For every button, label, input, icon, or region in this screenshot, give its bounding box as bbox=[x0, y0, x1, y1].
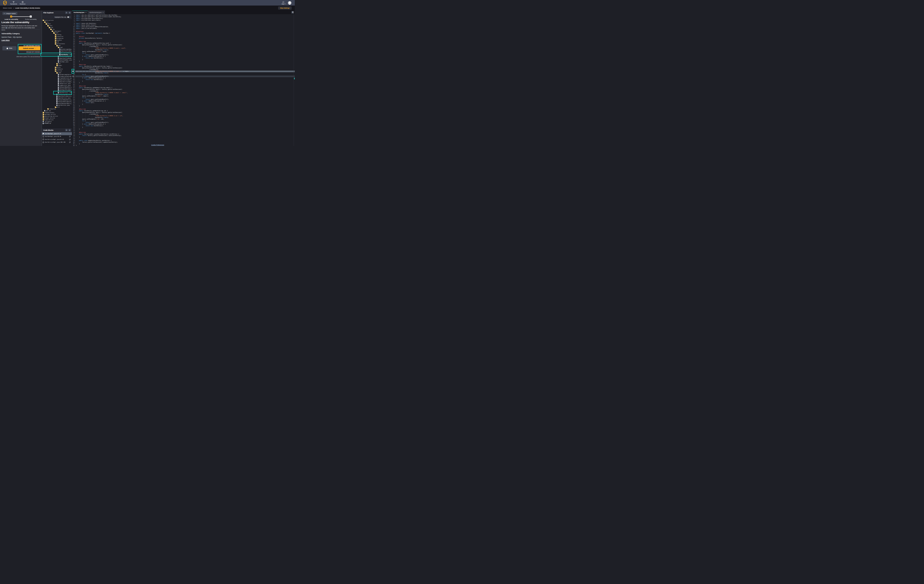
cookie-preferences-link[interactable]: Cookie Preferences bbox=[151, 144, 164, 146]
code-block-item[interactable]: UserDaoImpl.java:40-40 bbox=[41, 135, 72, 138]
tree-item[interactable]: ResetCodeDao.java bbox=[41, 59, 72, 61]
code-block-checkbox[interactable] bbox=[43, 133, 44, 134]
tree-item[interactable]: UserService…⚠2 bbox=[41, 92, 72, 94]
tree-item[interactable]: AuthAttemptServi… bbox=[41, 74, 72, 76]
code-block-item[interactable]: UserDaoImpl.java:37-37 bbox=[41, 132, 72, 135]
tree-item[interactable]: ResetPasswordSer… bbox=[41, 90, 72, 92]
tree-item[interactable]: jms bbox=[41, 41, 72, 43]
panel-resize-handle[interactable] bbox=[41, 10, 42, 146]
tree-item[interactable]: config bbox=[41, 34, 72, 36]
tree-item[interactable]: CredentialValida… bbox=[41, 76, 72, 77]
tree-item[interactable]: AuthAttemptDao.j… bbox=[41, 56, 72, 58]
line-gutter: 17 bbox=[72, 38, 75, 39]
breadcrumb-mission-control[interactable]: Mission Control bbox=[3, 7, 12, 9]
user-avatar[interactable] bbox=[288, 1, 291, 5]
tree-item[interactable]: PasswordValidatorS… bbox=[41, 101, 72, 103]
tree-item[interactable]: handler bbox=[41, 39, 72, 41]
tree-item[interactable]: csw bbox=[41, 28, 72, 30]
tree-item[interactable]: EmailServiceImpl… bbox=[41, 81, 72, 83]
next-highlight-button[interactable] bbox=[68, 12, 71, 14]
tree-item[interactable]: UserDaoIm…⚠2 bbox=[41, 54, 72, 56]
line-select-checkbox[interactable] bbox=[73, 76, 74, 77]
collapse-sidebar-button[interactable]: Collapse sidebar bbox=[2, 12, 17, 15]
code-block-checkbox[interactable] bbox=[43, 136, 44, 137]
help-menu[interactable]: Help bbox=[282, 1, 285, 5]
tree-item[interactable]: CommonLibrary bbox=[41, 112, 72, 114]
tree-item[interactable]: README.md bbox=[41, 122, 72, 124]
tree-item[interactable]: impl bbox=[41, 46, 72, 48]
tree-item[interactable]: impl bbox=[41, 72, 72, 74]
editor-settings-button[interactable]: ⚙ bbox=[291, 11, 294, 14]
code-block-checkbox[interactable] bbox=[43, 141, 44, 143]
tree-item[interactable]: ResetCodeDaoIm… bbox=[41, 52, 72, 54]
highlighted-files-toggle[interactable] bbox=[67, 16, 70, 18]
shortcuts-hint[interactable]: Click here or press ? to see all shortcu… bbox=[16, 56, 40, 57]
tree-item[interactable]: PasswordHashServ… bbox=[41, 86, 72, 88]
tree-item[interactable]: EmailConfirmCo… bbox=[41, 50, 72, 52]
line-select-checkbox[interactable] bbox=[73, 71, 74, 72]
tree-item-label: cybersport bbox=[54, 30, 61, 32]
skip-challenge-button[interactable]: Skip challenge bbox=[278, 7, 292, 10]
tree-item[interactable]: ResetPasswordServi… bbox=[41, 103, 72, 105]
tab-userserviceimpl[interactable]: UserServiceImpl.java × bbox=[88, 10, 105, 14]
tree-item[interactable]: team-service bbox=[41, 119, 72, 121]
code-block-item[interactable]: UserServiceImpl.java:61-61 bbox=[41, 138, 72, 141]
close-icon[interactable]: × bbox=[86, 12, 86, 13]
tree-item[interactable]: exception bbox=[41, 38, 72, 39]
tree-item[interactable]: JmsService.java bbox=[41, 83, 72, 85]
tree-item[interactable]: .gitignore bbox=[41, 121, 72, 123]
tree-item[interactable]: dao bbox=[41, 45, 72, 46]
tree-item[interactable]: player-service bbox=[41, 117, 72, 119]
tree-item[interactable]: EmailService.java bbox=[41, 97, 72, 99]
tree-item[interactable]: LogService.java bbox=[41, 85, 72, 86]
code-block-checkbox[interactable] bbox=[43, 139, 44, 140]
tree-item[interactable]: util bbox=[41, 106, 72, 108]
tree-item[interactable]: java bbox=[41, 25, 72, 26]
tree-item[interactable]: monitoring-service bbox=[41, 115, 72, 117]
tree-item[interactable]: gateway-service bbox=[41, 114, 72, 115]
tree-item[interactable]: cybersport bbox=[41, 30, 72, 32]
chevron-down-icon bbox=[284, 3, 285, 4]
brand-shield-logo[interactable] bbox=[3, 0, 7, 5]
tree-item[interactable]: pom.xml bbox=[41, 110, 72, 112]
nav-tournaments[interactable]: Tournaments bbox=[10, 1, 17, 5]
code-line-text: @Stateless bbox=[75, 31, 295, 33]
tree-item[interactable]: proto bbox=[41, 66, 72, 68]
tree-item-label: auth bbox=[55, 32, 58, 34]
tree-item[interactable]: EmailConfirmCode… bbox=[41, 58, 72, 59]
code-block-item[interactable]: UserServiceImpl.java:106-106 bbox=[41, 141, 72, 144]
nav-resources[interactable]: Resources bbox=[20, 1, 25, 5]
tree-item[interactable]: CryptoService.ja… bbox=[41, 77, 72, 79]
tree-item[interactable]: UserService.java bbox=[41, 104, 72, 106]
tree-item[interactable]: src bbox=[41, 21, 72, 23]
file-icon bbox=[58, 87, 59, 88]
tree-item[interactable]: persistence bbox=[41, 43, 72, 45]
tree-item[interactable]: dto bbox=[41, 63, 72, 65]
prev-highlight-button[interactable] bbox=[65, 12, 68, 14]
tree-item[interactable]: EmailConfirmServ… bbox=[41, 79, 72, 81]
learn-more-link[interactable]: Learn More bbox=[2, 39, 10, 41]
close-icon[interactable]: × bbox=[102, 12, 103, 13]
tree-item[interactable]: resources bbox=[41, 108, 72, 110]
tree-item[interactable]: PasswordValidato… bbox=[41, 88, 72, 90]
tree-item[interactable]: auth-service bbox=[41, 20, 72, 21]
tree-item[interactable]: main bbox=[41, 23, 72, 25]
tree-item[interactable]: auth bbox=[41, 32, 72, 34]
tree-item[interactable]: AuthAttemptDao… bbox=[41, 48, 72, 50]
tree-item[interactable]: UserDao.java bbox=[41, 61, 72, 63]
hints-button[interactable]: Hints bbox=[2, 46, 16, 50]
submit-answer-button[interactable]: Submit answer → bbox=[19, 46, 40, 50]
tree-item[interactable]: converter bbox=[41, 36, 72, 38]
editor-scrollbar-marker[interactable] bbox=[294, 77, 295, 79]
tree-item[interactable]: PasswordHashServic… bbox=[41, 99, 72, 101]
tree-item[interactable]: resource bbox=[41, 68, 72, 70]
challenge-sidebar: Collapse sidebar 1 2 Locate the vulnerab… bbox=[0, 10, 41, 146]
tab-userdaoimpl[interactable]: UserDaoImpl.java × bbox=[72, 10, 88, 14]
tree-item[interactable]: AuthAttemptService… bbox=[41, 94, 72, 95]
tree-item[interactable]: EmailConfirmServic… bbox=[41, 95, 72, 97]
next-block-button[interactable] bbox=[68, 129, 71, 131]
tree-item[interactable]: service bbox=[41, 70, 72, 72]
tree-item[interactable]: com bbox=[41, 26, 72, 28]
tree-item[interactable]: model bbox=[41, 65, 72, 66]
prev-block-button[interactable] bbox=[65, 129, 68, 131]
